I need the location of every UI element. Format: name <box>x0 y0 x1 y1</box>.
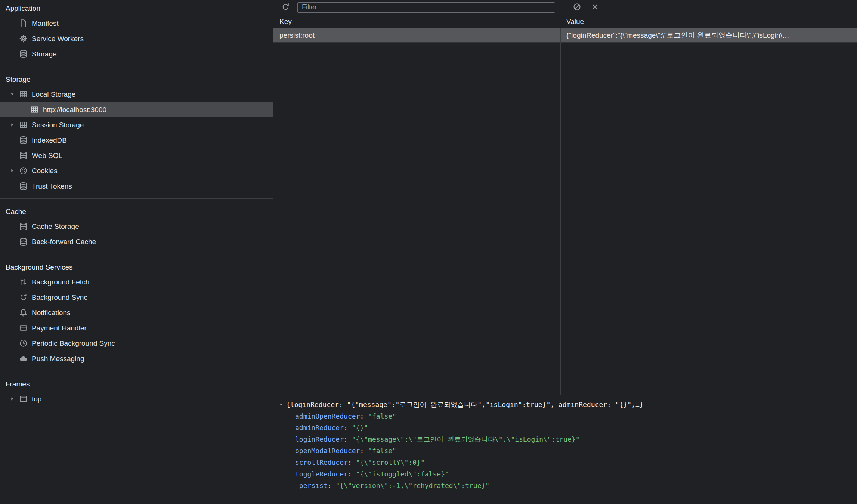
column-resize-divider[interactable] <box>560 28 561 395</box>
refresh-icon <box>281 3 290 12</box>
section-title: Cache <box>0 199 273 219</box>
column-header-key[interactable]: Key <box>273 15 560 28</box>
table-header: Key Value <box>273 15 857 28</box>
sidebar-item-trust-tokens[interactable]: Trust Tokens <box>0 178 273 194</box>
sidebar-item-label: Cache Storage <box>32 223 79 231</box>
frame-icon <box>19 395 28 404</box>
sidebar-section-storage: StorageLocal Storagehttp://localhost:300… <box>0 66 273 199</box>
sidebar-item-indexeddb[interactable]: IndexedDB <box>0 133 273 148</box>
sidebar-item-cache-storage[interactable]: Cache Storage <box>0 219 273 234</box>
sidebar-item-back-forward-cache[interactable]: Back-forward Cache <box>0 234 273 249</box>
sidebar-item-label: Periodic Background Sync <box>32 339 115 348</box>
property-colon: : <box>360 447 368 455</box>
property-colon: : <box>344 424 352 432</box>
database-icon <box>19 182 28 191</box>
close-icon <box>591 3 599 12</box>
clear-all-icon <box>573 3 581 12</box>
sidebar-item-label: Push Messaging <box>32 355 84 363</box>
property-value: "{\"scrollY\":0}" <box>356 458 425 466</box>
preview-entries: adminOpenReducer: "false"adminReducer: "… <box>279 410 851 491</box>
sidebar-item-service-workers[interactable]: Service Workers <box>0 31 273 46</box>
sidebar-item-label: http://localhost:3000 <box>43 106 106 114</box>
sidebar-item-label: Background Fetch <box>32 278 89 286</box>
database-icon <box>19 151 28 160</box>
triangle-collapsed-icon[interactable] <box>10 122 19 127</box>
column-key-label: Key <box>279 18 292 26</box>
gear-icon <box>19 34 28 43</box>
filter-input[interactable] <box>302 3 551 11</box>
property-name: scrollReducer <box>295 458 348 466</box>
property-value: "false" <box>368 412 396 420</box>
card-icon <box>19 324 28 333</box>
sidebar-item-push-messaging[interactable]: Push Messaging <box>0 351 273 366</box>
sidebar-item-label: Session Storage <box>32 121 84 129</box>
section-title: Frames <box>0 371 273 391</box>
preview-entry: adminReducer: "{}" <box>295 422 851 433</box>
sidebar-item-background-fetch[interactable]: Background Fetch <box>0 274 273 290</box>
refresh-button[interactable] <box>279 1 291 13</box>
sidebar-item-label: Trust Tokens <box>32 182 72 190</box>
value-preview-pane: {loginReducer: "{"message":"로그인이 완료되었습니다… <box>273 395 857 504</box>
sidebar-item-manifest[interactable]: Manifest <box>0 16 273 31</box>
sidebar-item-http-localhost-3000[interactable]: http://localhost:3000 <box>0 102 273 117</box>
sidebar-section-cache: CacheCache StorageBack-forward Cache <box>0 199 273 254</box>
sidebar-item-background-sync[interactable]: Background Sync <box>0 290 273 305</box>
fetch-arrows-icon <box>19 278 28 287</box>
sidebar-item-label: Web SQL <box>32 152 62 160</box>
storage-toolbar <box>273 0 857 15</box>
sidebar-item-local-storage[interactable]: Local Storage <box>0 87 273 102</box>
sidebar-item-notifications[interactable]: Notifications <box>0 305 273 320</box>
property-colon: : <box>348 458 356 466</box>
preview-entry: scrollReducer: "{\"scrollY\":0}" <box>295 457 851 468</box>
devtools-application-panel: ApplicationManifestService WorkersStorag… <box>0 0 857 504</box>
preview-entry: adminOpenReducer: "false" <box>295 410 851 422</box>
triangle-collapsed-icon[interactable] <box>10 168 19 173</box>
sidebar-item-periodic-background-sync[interactable]: Periodic Background Sync <box>0 336 273 351</box>
property-name: _persist <box>295 482 328 489</box>
sidebar-item-label: Background Sync <box>32 293 87 302</box>
preview-summary-row[interactable]: {loginReducer: "{"message":"로그인이 완료되었습니다… <box>279 399 851 410</box>
preview-entry: loginReducer: "{\"message\":\"로그인이 완료되었습… <box>295 433 851 445</box>
property-name: loginReducer <box>295 435 344 443</box>
triangle-collapsed-icon[interactable] <box>10 396 19 401</box>
clear-all-button[interactable] <box>571 1 583 13</box>
sidebar-item-label: top <box>32 395 41 403</box>
row-key: persist:root <box>273 31 560 40</box>
triangle-expanded-icon[interactable] <box>279 399 286 410</box>
delete-selected-button[interactable] <box>589 1 601 13</box>
property-name: openModalReducer <box>295 447 360 455</box>
sidebar-item-web-sql[interactable]: Web SQL <box>0 148 273 163</box>
property-value: "{\"message\":\"로그인이 완료되었습니다\",\"isLogin… <box>352 435 580 443</box>
property-name: adminReducer <box>295 424 344 432</box>
database-icon <box>19 50 28 59</box>
storage-table-body: persist:root{"loginReducer":"{\"message\… <box>273 28 857 395</box>
row-value: {"loginReducer":"{\"message\":\"로그인이 완료되… <box>560 31 857 40</box>
sidebar-item-label: Cookies <box>32 167 58 175</box>
triangle-expanded-icon[interactable] <box>10 92 19 97</box>
preview-entry: _persist: "{\"version\":-1,\"rehydrated\… <box>295 480 851 491</box>
sidebar-item-payment-handler[interactable]: Payment Handler <box>0 320 273 336</box>
sidebar-item-session-storage[interactable]: Session Storage <box>0 117 273 133</box>
property-name: toggleReducer <box>295 470 348 478</box>
sidebar-item-label: Service Workers <box>32 35 84 43</box>
section-title: Storage <box>0 66 273 87</box>
local-storage-panel: Key Value persist:root{"loginReducer":"{… <box>273 0 857 504</box>
column-header-value[interactable]: Value <box>560 15 857 28</box>
table-row[interactable]: persist:root{"loginReducer":"{\"message\… <box>273 28 857 43</box>
section-title: Background Services <box>0 254 273 274</box>
cookie-icon <box>19 167 28 175</box>
filter-box <box>297 2 555 13</box>
sidebar-item-label: Back-forward Cache <box>32 238 96 246</box>
sidebar-item-label: IndexedDB <box>32 136 67 144</box>
preview-entry: toggleReducer: "{\"isToggled\":false}" <box>295 468 851 480</box>
column-value-label: Value <box>566 18 584 26</box>
sidebar-item-storage[interactable]: Storage <box>0 46 273 62</box>
sidebar-section-frames: Framestop <box>0 371 273 411</box>
clock-icon <box>19 339 28 348</box>
property-value: "{\"isToggled\":false}" <box>356 470 449 478</box>
sidebar-item-top[interactable]: top <box>0 391 273 407</box>
sidebar-item-cookies[interactable]: Cookies <box>0 163 273 178</box>
document-icon <box>19 19 28 28</box>
application-sidebar: ApplicationManifestService WorkersStorag… <box>0 0 273 504</box>
sidebar-item-label: Notifications <box>32 309 71 317</box>
